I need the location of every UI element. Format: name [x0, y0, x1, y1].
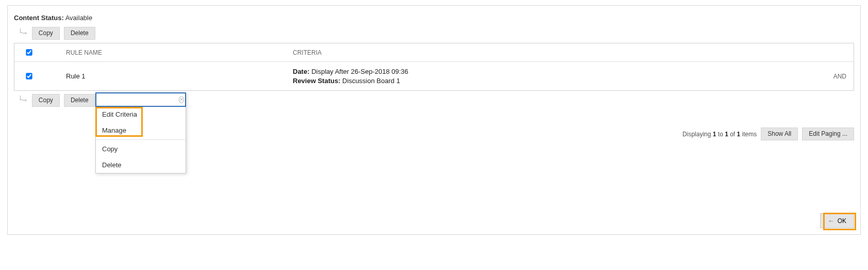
header-checkbox-cell [20, 47, 66, 57]
criteria-date-value: Display After 26-Sep-2018 09:36 [311, 68, 408, 75]
pager-of-word: of [730, 131, 735, 138]
rules-table: RULE NAME CRITERIA Rule 1 Date: Display … [14, 43, 854, 91]
ok-button[interactable]: ← OK [820, 213, 854, 228]
toolbar-arrow-icon: └→ [18, 96, 27, 104]
ctx-item-manage[interactable]: Manage [96, 122, 186, 138]
content-status-value: Available [65, 14, 93, 22]
context-menu-separator [96, 139, 186, 140]
criteria-date-label: Date: [293, 68, 310, 75]
show-all-button[interactable]: Show All [761, 128, 798, 140]
content-status-label: Content Status: [14, 14, 64, 22]
rule-name-cell[interactable]: Rule 1 [66, 72, 293, 80]
delete-button[interactable]: Delete [64, 27, 95, 40]
context-menu-search-input[interactable] [99, 96, 179, 104]
ok-label: OK [838, 217, 846, 225]
ctx-item-edit-criteria[interactable]: Edit Criteria [96, 106, 186, 122]
ctx-item-copy[interactable]: Copy [96, 141, 186, 157]
copy-button[interactable]: Copy [32, 27, 60, 40]
edit-paging-button[interactable]: Edit Paging ... [802, 128, 854, 140]
arrow-left-icon: ← [828, 217, 834, 225]
toolbar-arrow-icon: └→ [18, 28, 27, 37]
delete-button-bottom[interactable]: Delete [64, 94, 95, 107]
content-panel: Content Status: Available └→ Copy Delete… [7, 5, 861, 235]
pager: Displaying 1 to 1 of 1 items Show All Ed… [682, 128, 854, 140]
context-menu: ✕ Edit Criteria Manage Copy Delete [95, 92, 186, 173]
toolbar-top: └→ Copy Delete [14, 27, 854, 40]
table-header: RULE NAME CRITERIA [14, 43, 854, 61]
ctx-item-delete[interactable]: Delete [96, 157, 186, 173]
pager-to: 1 [725, 131, 728, 138]
table-row: Rule 1 Date: Display After 26-Sep-2018 0… [14, 61, 854, 90]
row-checkbox[interactable] [26, 73, 32, 80]
criteria-review-label: Review Status: [293, 77, 340, 85]
content-status: Content Status: Available [14, 14, 854, 22]
pager-from: 1 [713, 131, 716, 138]
row-checkbox-cell [20, 71, 66, 81]
pager-suffix: items [742, 131, 757, 138]
col-criteria: CRITERIA [293, 49, 817, 56]
pager-prefix: Displaying [682, 131, 711, 138]
pager-to-word: to [718, 131, 723, 138]
context-menu-search: ✕ [95, 92, 186, 107]
pager-total: 1 [737, 131, 741, 138]
copy-button-bottom[interactable]: Copy [32, 94, 60, 107]
select-all-checkbox[interactable] [26, 50, 32, 56]
col-rule-name: RULE NAME [66, 49, 293, 56]
criteria-cell: Date: Display After 26-Sep-2018 09:36 Re… [293, 67, 817, 85]
pager-summary: Displaying 1 to 1 of 1 items [682, 131, 757, 138]
criteria-review-value: Discussion Board 1 [342, 77, 400, 85]
operator-cell: AND [817, 73, 848, 80]
clear-icon[interactable]: ✕ [179, 96, 184, 103]
